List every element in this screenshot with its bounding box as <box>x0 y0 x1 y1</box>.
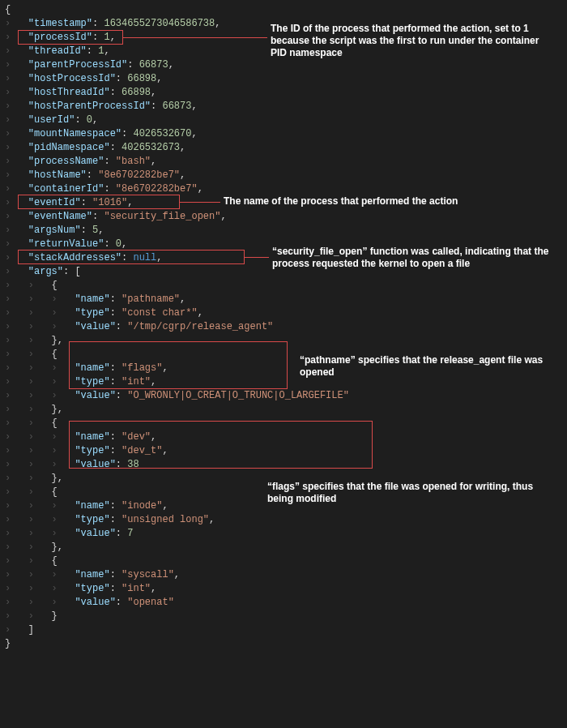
code-line: › › › "value": 7 <box>5 527 562 541</box>
code-line: › › }, <box>5 334 562 348</box>
annotation-processName: The name of the process that performed t… <box>224 195 548 208</box>
code-line: › › › "value": 38 <box>5 458 562 472</box>
code-line: › "argsNum": 5, <box>5 224 562 238</box>
code-line: › "containerId": "8e6702282be7", <box>5 182 562 196</box>
code-line: › "hostThreadId": 66898, <box>5 86 562 100</box>
annotation-pathname: “pathname” specifies that the release_ag… <box>300 354 551 379</box>
code-line: › "hostParentProcessId": 66873, <box>5 100 562 113</box>
code-line: › › { <box>5 555 562 568</box>
code-line: › › { <box>5 279 562 293</box>
code-line: › › › "value": "O_WRONLY|O_CREAT|O_TRUNC… <box>5 389 562 403</box>
code-line: › › › "name": "pathname", <box>5 293 562 306</box>
code-line: › › › "value": "/tmp/cgrp/release_agent" <box>5 320 562 334</box>
code-line: › › › "type": "unsigned long", <box>5 513 562 527</box>
code-line: › › › "name": "dev", <box>5 430 562 444</box>
code-line: › "hostName": "8e6702282be7", <box>5 169 562 182</box>
code-line: } <box>5 637 562 651</box>
annotation-eventName: “security_file_open” function was called… <box>272 246 556 270</box>
code-line: › "processName": "bash", <box>5 155 562 169</box>
code-line: › › { <box>5 417 562 430</box>
code-line: › › › "name": "syscall", <box>5 568 562 582</box>
code-line: › › › "value": "openat" <box>5 596 562 610</box>
code-line: › › }, <box>5 403 562 417</box>
code-line: › "pidNamespace": 4026532673, <box>5 141 562 155</box>
code-line: › › › "type": "int", <box>5 582 562 596</box>
code-line: { <box>5 3 562 17</box>
code-line: › ] <box>5 623 562 637</box>
code-line: › › › "type": "dev_t", <box>5 444 562 458</box>
code-line: › › } <box>5 610 562 623</box>
annotation-flags: “flags” specifies that the file was open… <box>267 481 559 505</box>
code-line: › › › "type": "const char*", <box>5 306 562 320</box>
code-line: › "hostProcessId": 66898, <box>5 72 562 86</box>
json-code-block: {› "timestamp": 1634655273046586738,› "p… <box>5 3 562 651</box>
code-line: › › }, <box>5 541 562 555</box>
annotation-processId: The ID of the process that performed the… <box>271 23 551 59</box>
code-line: › "eventName": "security_file_open", <box>5 210 562 224</box>
code-line: › "userId": 0, <box>5 113 562 127</box>
code-line: › "mountNamespace": 4026532670, <box>5 127 562 141</box>
code-line: › "parentProcessId": 66873, <box>5 58 562 72</box>
